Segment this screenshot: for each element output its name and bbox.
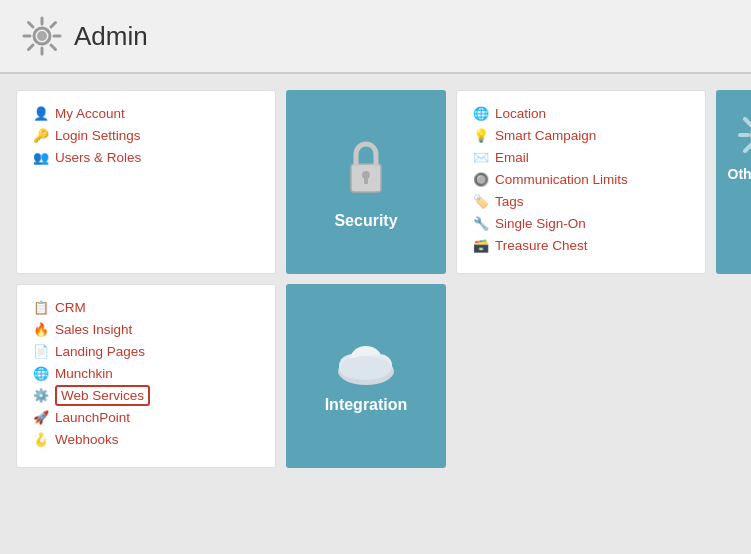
at-icon	[473, 171, 489, 187]
pages-icon	[33, 343, 49, 359]
security-tile[interactable]: Security	[286, 90, 446, 274]
svg-line-8	[29, 45, 34, 50]
list-item: Webhooks	[33, 431, 259, 447]
launch-icon	[33, 409, 49, 425]
list-item: Sales Insight	[33, 321, 259, 337]
globe-icon	[33, 365, 49, 381]
treasure-chest-link[interactable]: Treasure Chest	[495, 238, 588, 253]
list-item: Tags	[473, 193, 689, 209]
user-icon	[33, 105, 49, 121]
svg-point-26	[341, 356, 391, 380]
fire-icon	[33, 321, 49, 337]
launchpoint-link[interactable]: LaunchPoint	[55, 410, 130, 425]
communication-limits-link[interactable]: Communication Limits	[495, 172, 628, 187]
other-settings-label: Other St...	[728, 166, 751, 182]
location-icon	[473, 105, 489, 121]
web-services-link[interactable]: Web Services	[55, 388, 150, 403]
tag-icon	[473, 193, 489, 209]
svg-line-18	[745, 119, 751, 125]
list-item: Communication Limits	[473, 171, 689, 187]
integration-links-panel: CRM Sales Insight Landing Pages Munchkin	[16, 284, 276, 468]
main-content: My Account Login Settings Users & Roles	[0, 74, 751, 484]
integration-tile[interactable]: Integration	[286, 284, 446, 468]
login-settings-link[interactable]: Login Settings	[55, 128, 141, 143]
other-settings-gear-icon	[736, 110, 751, 160]
other-links-list: Location Smart Campaign Email Communicat…	[473, 105, 689, 253]
my-account-link[interactable]: My Account	[55, 106, 125, 121]
sign-icon	[473, 215, 489, 231]
munchkin-link[interactable]: Munchkin	[55, 366, 113, 381]
crm-link[interactable]: CRM	[55, 300, 86, 315]
empty-space	[456, 284, 751, 468]
single-sign-on-link[interactable]: Single Sign-On	[495, 216, 586, 231]
location-link[interactable]: Location	[495, 106, 546, 121]
list-item: Landing Pages	[33, 343, 259, 359]
webhooks-link[interactable]: Webhooks	[55, 432, 119, 447]
list-item: Munchkin	[33, 365, 259, 381]
list-item: My Account	[33, 105, 259, 121]
svg-line-5	[29, 23, 34, 28]
list-item: Smart Campaign	[473, 127, 689, 143]
sales-insight-link[interactable]: Sales Insight	[55, 322, 132, 337]
security-label: Security	[334, 212, 397, 230]
list-item: Login Settings	[33, 127, 259, 143]
list-item: Treasure Chest	[473, 237, 689, 253]
tags-link[interactable]: Tags	[495, 194, 524, 209]
list-item: Web Services	[33, 387, 259, 403]
other-settings-tile[interactable]: Other St...	[716, 90, 751, 274]
page-title: Admin	[74, 21, 148, 52]
list-item: LaunchPoint	[33, 409, 259, 425]
svg-line-21	[745, 145, 751, 151]
landing-pages-link[interactable]: Landing Pages	[55, 344, 145, 359]
web-services-gear-icon	[33, 387, 49, 403]
integration-label: Integration	[325, 396, 408, 414]
hook-icon	[33, 431, 49, 447]
email-icon	[473, 149, 489, 165]
other-links-panel: Location Smart Campaign Email Communicat…	[456, 90, 706, 274]
svg-line-6	[51, 45, 56, 50]
admin-gear-icon	[20, 14, 64, 58]
lock-icon	[336, 134, 396, 204]
list-item: Single Sign-On	[473, 215, 689, 231]
users-roles-link[interactable]: Users & Roles	[55, 150, 141, 165]
web-services-highlighted: Web Services	[55, 385, 150, 406]
my-account-list: My Account Login Settings Users & Roles	[33, 105, 259, 165]
chest-icon	[473, 237, 489, 253]
email-link[interactable]: Email	[495, 150, 529, 165]
my-account-panel: My Account Login Settings Users & Roles	[16, 90, 276, 274]
crm-icon	[33, 299, 49, 315]
list-item: CRM	[33, 299, 259, 315]
cloud-icon	[331, 338, 401, 388]
list-item: Location	[473, 105, 689, 121]
integration-links-list: CRM Sales Insight Landing Pages Munchkin	[33, 299, 259, 447]
bulb-icon	[473, 127, 489, 143]
admin-grid: My Account Login Settings Users & Roles	[16, 90, 735, 468]
svg-line-7	[51, 23, 56, 28]
list-item: Email	[473, 149, 689, 165]
svg-rect-12	[364, 177, 368, 184]
svg-point-9	[37, 31, 47, 41]
smart-campaign-link[interactable]: Smart Campaign	[495, 128, 596, 143]
key-icon	[33, 127, 49, 143]
users-icon	[33, 149, 49, 165]
list-item: Users & Roles	[33, 149, 259, 165]
header: Admin	[0, 0, 751, 74]
